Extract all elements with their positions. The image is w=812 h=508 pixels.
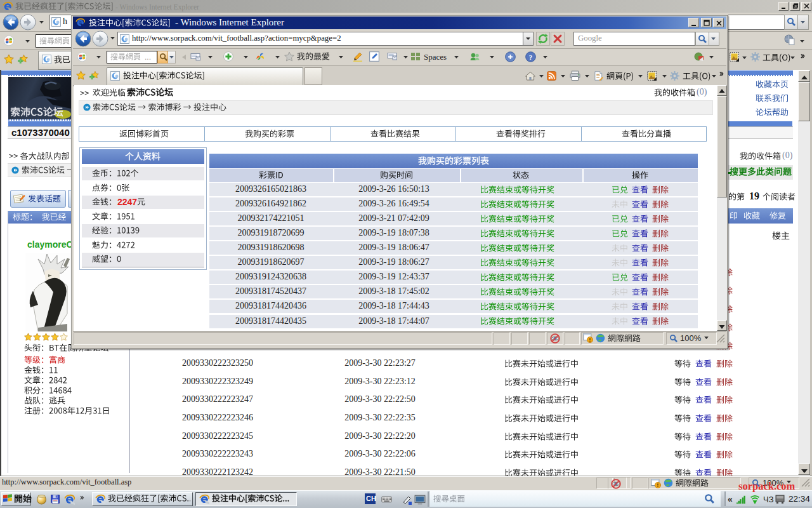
svg-text:?: ? xyxy=(529,53,533,61)
